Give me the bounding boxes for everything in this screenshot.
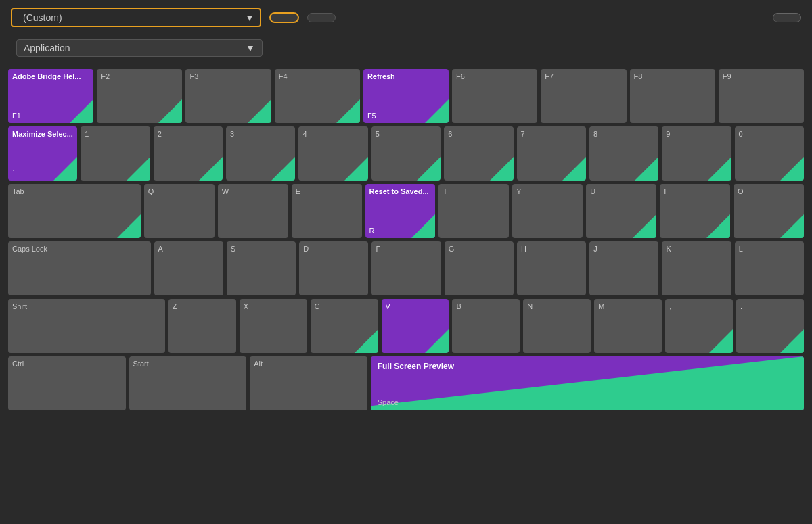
key-f5[interactable]: RefreshF5: [363, 69, 449, 123]
key-f[interactable]: F: [371, 241, 441, 295]
key-f6[interactable]: F6: [452, 69, 537, 123]
key-tab[interactable]: Tab: [8, 184, 141, 238]
key-ctrl[interactable]: Ctrl: [8, 356, 126, 410]
key-comma[interactable]: ,: [665, 299, 733, 353]
commands-select[interactable]: Application: [24, 43, 240, 53]
top-bar: (Custom) ▼: [0, 0, 812, 35]
key-f8[interactable]: F8: [630, 69, 715, 123]
key-f4[interactable]: F4: [275, 69, 360, 123]
key-start[interactable]: Start: [129, 356, 247, 410]
key-k[interactable]: K: [662, 241, 731, 295]
key-b[interactable]: B: [452, 299, 520, 353]
key-row-zxcv-row: ShiftZXCVBNM,.: [8, 299, 804, 353]
key-1[interactable]: 1: [81, 126, 150, 181]
keyboard-area: Adobe Bridge Hel...F1F2F3F4RefreshF5F6F7…: [0, 64, 812, 419]
key-f7[interactable]: F7: [541, 69, 626, 123]
key-row-bottom: CtrlStartAlt Full Screen Preview Space: [8, 356, 804, 410]
commands-chevron-icon: ▼: [246, 43, 255, 53]
key-f9[interactable]: F9: [719, 69, 804, 123]
key-w[interactable]: W: [218, 184, 288, 238]
key-x[interactable]: X: [240, 299, 307, 353]
save-as-button[interactable]: [269, 12, 299, 23]
key-shift-left[interactable]: Shift: [8, 299, 165, 353]
delete-button[interactable]: [307, 13, 336, 22]
key-h[interactable]: H: [517, 241, 586, 295]
key-row-asdf-row: Caps LockASDFGHJKL: [8, 241, 804, 295]
key-9[interactable]: 9: [662, 126, 731, 181]
key-y[interactable]: Y: [512, 184, 583, 238]
preset-select[interactable]: (Custom): [23, 12, 240, 23]
key-c[interactable]: C: [311, 299, 378, 353]
preset-group: (Custom) ▼: [11, 8, 261, 27]
key-row-fn-row: Adobe Bridge Hel...F1F2F3F4RefreshF5F6F7…: [8, 69, 804, 123]
key-period[interactable]: .: [736, 299, 804, 353]
key-a[interactable]: A: [154, 241, 223, 295]
key-3[interactable]: 3: [226, 126, 295, 181]
key-l[interactable]: L: [735, 241, 804, 295]
key-7[interactable]: 7: [517, 126, 586, 181]
key-space[interactable]: Full Screen Preview Space: [371, 356, 804, 410]
key-6[interactable]: 6: [444, 126, 513, 181]
key-v[interactable]: V: [382, 299, 449, 353]
commands-bar: Application ▼: [0, 35, 812, 64]
key-tilde[interactable]: Maximize Selec...`: [8, 126, 77, 181]
copy-to-clipboard-button[interactable]: [773, 13, 801, 22]
key-5[interactable]: 5: [371, 126, 441, 181]
key-capslock[interactable]: Caps Lock: [8, 241, 151, 295]
key-alt[interactable]: Alt: [250, 356, 367, 410]
key-t[interactable]: T: [438, 184, 509, 238]
key-row-qwerty-row: TabQWEReset to Saved...RTYUIO: [8, 184, 804, 238]
key-u[interactable]: U: [586, 184, 656, 238]
key-f3[interactable]: F3: [185, 69, 271, 123]
key-8[interactable]: 8: [589, 126, 658, 181]
key-d[interactable]: D: [299, 241, 368, 295]
key-n[interactable]: N: [523, 299, 591, 353]
key-f1[interactable]: Adobe Bridge Hel...F1: [8, 69, 93, 123]
key-4[interactable]: 4: [298, 126, 367, 181]
key-q[interactable]: Q: [144, 184, 215, 238]
key-g[interactable]: G: [445, 241, 514, 295]
key-i[interactable]: I: [660, 184, 730, 238]
key-r[interactable]: Reset to Saved...R: [365, 184, 436, 238]
key-e[interactable]: E: [292, 184, 362, 238]
key-z[interactable]: Z: [168, 299, 236, 353]
key-o[interactable]: O: [734, 184, 804, 238]
key-j[interactable]: J: [589, 241, 658, 295]
key-0[interactable]: 0: [735, 126, 804, 181]
commands-select-wrapper: Application ▼: [16, 39, 263, 57]
key-2[interactable]: 2: [154, 126, 223, 181]
key-m[interactable]: M: [594, 299, 662, 353]
key-f2[interactable]: F2: [97, 69, 182, 123]
key-row-number-row: Maximize Selec...`1234567890: [8, 126, 804, 181]
key-s[interactable]: S: [227, 241, 296, 295]
chevron-down-icon: ▼: [245, 12, 254, 23]
